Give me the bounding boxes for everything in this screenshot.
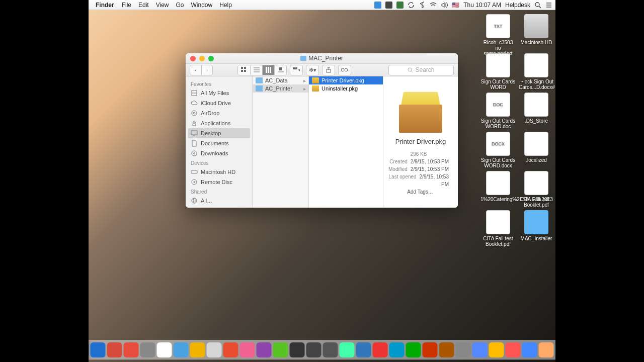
dock-item[interactable] (207, 342, 222, 357)
dock-item[interactable] (406, 342, 421, 357)
desktop-icon[interactable]: MAC_Installer (519, 210, 554, 241)
status-icon-3[interactable] (396, 2, 404, 9)
status-icon-1[interactable] (374, 2, 381, 9)
dock-item[interactable] (522, 342, 537, 357)
sidebar-item[interactable]: Macintosh HD (186, 167, 252, 177)
view-coverflow-button[interactable] (274, 65, 286, 75)
column-item[interactable]: Printer Driver.pkg (309, 76, 383, 84)
column-2[interactable]: Printer Driver.pkgUninstaller.pkg (309, 76, 383, 208)
finder-window[interactable]: MAC_Printer ‹ › ▾ ✻▾ Search (186, 53, 458, 208)
dock-item[interactable] (190, 342, 205, 357)
dock-item[interactable] (489, 342, 504, 357)
search-field[interactable]: Search (388, 65, 454, 75)
dock-item[interactable] (89, 342, 89, 357)
dock-item[interactable] (555, 342, 556, 357)
column-1[interactable]: AC_Data▸AC_Printer▸ (253, 76, 309, 208)
menu-file[interactable]: File (122, 2, 131, 9)
sidebar-item[interactable]: Applications (186, 118, 252, 128)
menu-help[interactable]: Help (219, 2, 232, 9)
svg-rect-11 (244, 70, 246, 72)
view-list-button[interactable] (250, 65, 262, 75)
sidebar-item[interactable]: iCloud Drive (186, 98, 252, 108)
sidebar-item[interactable]: All… (186, 196, 252, 206)
column-item[interactable]: AC_Data▸ (253, 76, 308, 84)
dock-item[interactable] (107, 342, 122, 357)
svg-point-31 (193, 112, 195, 114)
svg-rect-32 (191, 131, 197, 135)
action-button[interactable]: ✻▾ (306, 65, 319, 75)
dock-item[interactable] (340, 342, 355, 357)
dock-item[interactable] (306, 342, 321, 357)
titlebar[interactable]: MAC_Printer (186, 53, 458, 64)
desktop-icon[interactable]: .DS_Store (519, 93, 554, 124)
desktop-icon[interactable]: CITA Fall test Booklet.pdf (480, 210, 516, 247)
menu-window[interactable]: Window (191, 2, 213, 9)
dock-item[interactable] (373, 342, 388, 357)
menubar-clock[interactable]: Thu 10:07 AM (463, 2, 501, 9)
flag-icon[interactable]: 🇺🇸 (452, 2, 459, 9)
desktop-icon[interactable]: Sign Out Cards WORD (480, 53, 516, 90)
share-button[interactable] (322, 65, 335, 75)
wifi-icon[interactable] (430, 2, 437, 9)
spotlight-icon[interactable] (534, 2, 541, 9)
arrange-button[interactable]: ▾ (290, 65, 303, 75)
dock-item[interactable] (423, 342, 438, 357)
view-column-button[interactable] (262, 65, 274, 75)
menu-go[interactable]: Go (176, 2, 184, 9)
desktop-icon[interactable]: 1%20Catering%20Sa...20a.pdf (480, 171, 516, 202)
dock-item[interactable] (257, 342, 272, 357)
column-item[interactable]: Uninstaller.pkg (309, 84, 383, 93)
dock-item[interactable] (223, 342, 238, 357)
view-icon-button[interactable] (238, 65, 250, 75)
dock-item[interactable] (290, 342, 305, 357)
bluetooth-icon[interactable] (419, 2, 426, 9)
cloud-icon (191, 100, 198, 107)
sidebar-item[interactable]: AirDrop (186, 108, 252, 118)
status-icon-2[interactable] (385, 2, 392, 9)
menu-edit[interactable]: Edit (138, 2, 149, 9)
desktop-icon[interactable]: TXTRicoh_c3503 no snmp.ppd.txt (480, 14, 516, 56)
sidebar-item[interactable]: Desktop (188, 128, 250, 138)
desktop-icon[interactable]: CITA Fall 2013 Booklet.pdf (519, 171, 554, 208)
dock-item[interactable] (456, 342, 471, 357)
notification-center-icon[interactable] (545, 2, 552, 9)
desktop-icon[interactable]: .localized (519, 132, 554, 163)
volume-icon[interactable] (441, 2, 448, 9)
desktop-icon[interactable]: DOCSign Out Cards WORD.doc (480, 93, 516, 129)
sidebar-group-header: Devices (186, 158, 252, 167)
dock-item[interactable] (323, 342, 338, 357)
svg-rect-1 (385, 2, 392, 9)
sidebar-item[interactable]: All My Files (186, 88, 252, 98)
dock-item[interactable] (91, 342, 106, 357)
add-tags-button[interactable]: Add Tags… (407, 189, 433, 195)
dock-item[interactable] (157, 342, 172, 357)
dock-item[interactable] (174, 342, 189, 357)
dock-item[interactable] (356, 342, 371, 357)
column-item[interactable]: AC_Printer▸ (253, 84, 308, 93)
sidebar-group-header: Favorites (186, 79, 252, 88)
desktop[interactable]: Finder File Edit View Go Window Help 🇺🇸 … (89, 0, 555, 362)
desktop-icon[interactable]: Macintosh HD (519, 14, 554, 45)
tags-button[interactable] (338, 65, 351, 75)
nav-back-button[interactable]: ‹ (190, 65, 201, 75)
dock-item[interactable] (273, 342, 288, 357)
dock-item[interactable] (539, 342, 554, 357)
app-name[interactable]: Finder (96, 2, 114, 9)
desktop-icon[interactable]: DOCXSign Out Cards WORD.docx (480, 132, 516, 168)
menubar-user[interactable]: Helpdesk (505, 2, 530, 9)
sidebar-item-label: Macintosh HD (201, 169, 235, 175)
sync-icon[interactable] (408, 2, 415, 9)
dock-item[interactable] (140, 342, 155, 357)
dock-item[interactable] (506, 342, 521, 357)
dock-item[interactable] (389, 342, 405, 357)
sidebar-item[interactable]: Remote Disc (186, 177, 252, 187)
dock-item[interactable] (240, 342, 255, 357)
sidebar-item[interactable]: Downloads (186, 148, 252, 158)
sidebar-item[interactable]: Documents (186, 138, 252, 148)
nav-forward-button[interactable]: › (201, 65, 212, 75)
desktop-icon[interactable]: .~lock.Sign Out Cards...D.docx# (519, 53, 554, 90)
dock-item[interactable] (124, 342, 139, 357)
dock-item[interactable] (439, 342, 454, 357)
menu-view[interactable]: View (156, 2, 169, 9)
dock-item[interactable] (472, 342, 488, 357)
